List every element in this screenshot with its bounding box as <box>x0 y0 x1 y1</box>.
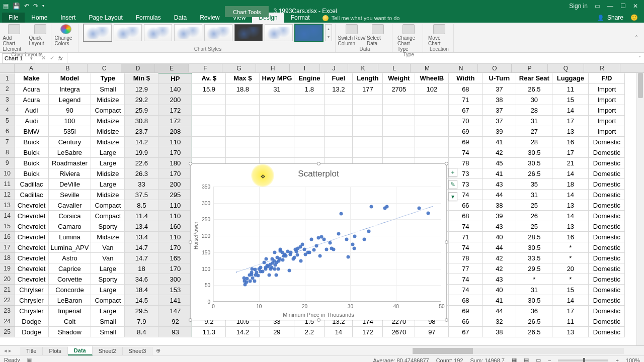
vertical-scrollbar[interactable] <box>636 73 644 345</box>
cell[interactable]: 30.5 <box>516 147 552 158</box>
cell[interactable]: 27 <box>516 126 552 137</box>
data-point[interactable] <box>259 265 262 269</box>
cell[interactable]: 12.9 <box>125 84 158 95</box>
cell[interactable]: Van <box>91 253 125 263</box>
quick-layout-button[interactable]: Quick Layout <box>29 24 51 46</box>
cell[interactable]: 33.5 <box>516 253 552 263</box>
cell[interactable]: Fuel <box>325 73 353 84</box>
cell[interactable]: 17 <box>552 116 589 126</box>
cell[interactable]: 13 <box>552 327 589 337</box>
cell[interactable]: 14 <box>552 190 589 200</box>
data-point[interactable] <box>253 268 257 272</box>
data-point[interactable] <box>266 264 269 267</box>
cell[interactable]: 67 <box>449 327 482 337</box>
cell[interactable]: 37 <box>482 84 516 95</box>
share-button[interactable]: Share <box>607 14 623 21</box>
column-header-E[interactable]: E <box>155 64 189 72</box>
cell[interactable] <box>294 95 325 105</box>
cell[interactable]: Domestic <box>589 158 625 168</box>
cell[interactable] <box>260 147 294 158</box>
cell[interactable]: 28 <box>516 105 552 116</box>
cell[interactable] <box>383 95 415 105</box>
cell[interactable]: Chevrolet <box>15 274 48 285</box>
tell-me-box[interactable]: Tell me what you want to do <box>316 14 406 23</box>
cell[interactable]: 69 <box>449 137 482 147</box>
cell[interactable]: 110 <box>158 137 192 147</box>
cell[interactable]: 19.9 <box>125 147 158 158</box>
row-header[interactable]: 19 <box>0 263 15 274</box>
resize-handle[interactable] <box>445 240 448 244</box>
cell[interactable]: Make <box>15 73 48 84</box>
cell[interactable]: 15.9 <box>192 84 226 95</box>
row-header[interactable]: 10 <box>0 168 15 179</box>
chart-title[interactable]: Scatterplot <box>191 164 446 181</box>
data-point[interactable] <box>298 245 302 248</box>
resize-handle[interactable] <box>189 162 192 165</box>
data-point[interactable] <box>276 267 280 271</box>
row-header[interactable]: 11 <box>0 179 15 190</box>
cell[interactable]: Corsica <box>48 211 91 221</box>
column-header-C[interactable]: C <box>88 64 121 72</box>
cell[interactable]: Small <box>91 84 125 95</box>
tab-review[interactable]: Review <box>193 13 226 23</box>
chart-filters-button[interactable]: ▾ <box>448 192 457 201</box>
column-header-D[interactable]: D <box>121 64 155 72</box>
cell[interactable]: 30 <box>516 95 552 105</box>
data-point[interactable] <box>345 238 349 241</box>
row-header[interactable]: 20 <box>0 274 15 285</box>
cell[interactable]: 38 <box>482 200 516 211</box>
cell[interactable]: Chrylser <box>15 285 48 295</box>
cell[interactable] <box>226 116 260 126</box>
column-header-H[interactable]: H <box>256 64 290 72</box>
cell[interactable]: Chevrolet <box>15 232 48 242</box>
cell[interactable]: 74 <box>449 285 482 295</box>
sheet-tab-plots[interactable]: Plots <box>43 347 67 355</box>
cell[interactable]: 70 <box>449 116 482 126</box>
cell[interactable]: Cadillac <box>15 190 48 200</box>
fx-icon[interactable]: fx <box>58 55 63 61</box>
data-point[interactable] <box>281 258 285 261</box>
undo-icon[interactable]: ↶ <box>24 3 29 10</box>
cell[interactable]: 44 <box>482 306 516 316</box>
cell[interactable] <box>325 126 353 137</box>
cell[interactable]: 110 <box>158 211 192 221</box>
switch-row-column-button[interactable]: Switch Row/ Column <box>341 24 363 46</box>
cell[interactable]: Cadillac <box>15 179 48 190</box>
cell[interactable]: LeBaron <box>48 295 91 306</box>
cell[interactable]: Model <box>48 73 91 84</box>
data-point[interactable] <box>370 205 373 208</box>
chart-style-4[interactable] <box>174 24 202 41</box>
cell[interactable]: Domestic <box>589 211 625 221</box>
cell[interactable]: 14.2 <box>226 327 260 337</box>
cell[interactable] <box>353 147 383 158</box>
cell[interactable]: 147 <box>158 306 192 316</box>
cell[interactable] <box>226 126 260 137</box>
cell[interactable]: Large <box>91 147 125 158</box>
cell[interactable]: 11.3 <box>192 327 226 337</box>
cell[interactable]: 20 <box>552 263 589 274</box>
row-header[interactable]: 4 <box>0 105 15 116</box>
macro-record-icon[interactable]: ▣ <box>27 357 32 362</box>
cell[interactable]: 30.5 <box>516 158 552 168</box>
minimize-icon[interactable]: — <box>607 3 613 10</box>
cell[interactable]: Import <box>589 95 625 105</box>
cell[interactable]: 36 <box>516 306 552 316</box>
cell[interactable]: Buick <box>15 137 48 147</box>
cell[interactable] <box>415 126 449 137</box>
cell[interactable]: BMW <box>15 126 48 137</box>
cell[interactable]: Import <box>589 105 625 116</box>
cell[interactable] <box>260 116 294 126</box>
cell[interactable]: 300 <box>158 274 192 285</box>
cell[interactable]: * <box>552 253 589 263</box>
cell[interactable]: 11.4 <box>125 211 158 221</box>
cell[interactable]: Domestic <box>589 179 625 190</box>
cell[interactable]: 13.2 <box>325 84 353 95</box>
data-point[interactable] <box>282 254 285 257</box>
cell[interactable]: 13.4 <box>125 221 158 232</box>
data-point[interactable] <box>316 236 320 239</box>
cell[interactable] <box>294 147 325 158</box>
save-icon[interactable]: 💾 <box>13 3 20 10</box>
row-header[interactable]: 1 <box>0 73 15 84</box>
data-point[interactable] <box>307 251 311 254</box>
row-header[interactable]: 21 <box>0 285 15 295</box>
